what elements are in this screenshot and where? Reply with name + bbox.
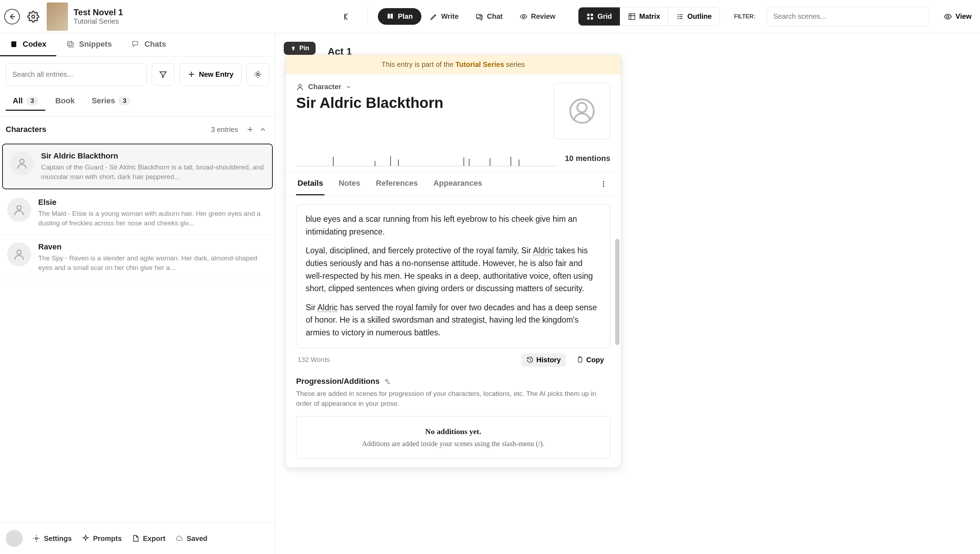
entry-item[interactable]: Raven The Spy - Raven is a slender and a… xyxy=(0,235,275,280)
scrollbar[interactable] xyxy=(615,239,619,345)
user-avatar[interactable] xyxy=(6,530,23,547)
search-entries-input[interactable] xyxy=(6,63,147,86)
more-button[interactable] xyxy=(597,177,610,191)
svg-rect-2 xyxy=(587,13,589,16)
mode-write[interactable]: Write xyxy=(422,8,467,25)
book-icon xyxy=(387,13,394,21)
group-header: Characters 3 entries xyxy=(0,117,275,142)
tab-snippets[interactable]: Snippets xyxy=(56,33,122,56)
scope-all[interactable]: All 3 xyxy=(6,92,45,111)
scope-series-label: Series xyxy=(92,96,115,105)
scope-series[interactable]: Series 3 xyxy=(84,92,138,111)
tab-chats[interactable]: Chats xyxy=(122,33,176,56)
chat-icon xyxy=(476,13,483,21)
svg-rect-4 xyxy=(587,17,589,19)
entry-desc: Captain of the Guard - Sir Aldric Blackt… xyxy=(41,163,265,181)
banner-series[interactable]: Tutorial Series xyxy=(455,60,504,68)
card-avatar[interactable] xyxy=(554,83,610,139)
view-segment: Grid Matrix Outline xyxy=(578,7,720,26)
view-outline[interactable]: Outline xyxy=(668,8,720,25)
divider xyxy=(368,7,368,27)
history-button[interactable]: History xyxy=(522,353,566,367)
group-title: Characters xyxy=(6,125,211,134)
avatar xyxy=(7,242,31,266)
avatar xyxy=(10,151,34,175)
entry-settings-button[interactable] xyxy=(247,63,269,86)
filter-button[interactable] xyxy=(152,63,174,86)
view-button[interactable]: View xyxy=(943,13,972,21)
filter-label: FILTER: xyxy=(734,13,755,20)
description-editor[interactable]: blue eyes and a scar running from his le… xyxy=(296,204,610,348)
settings-button[interactable] xyxy=(25,9,41,24)
back-button[interactable] xyxy=(4,9,20,24)
group-collapse-button[interactable] xyxy=(256,123,269,136)
footer-saved[interactable]: Saved xyxy=(175,535,207,543)
tab-appearances[interactable]: Appearances xyxy=(432,172,484,195)
gear-icon xyxy=(27,11,39,23)
progression-subtitle: These are added in scenes for progressio… xyxy=(296,389,610,409)
outline-icon xyxy=(676,13,684,21)
view-matrix[interactable]: Matrix xyxy=(620,8,668,25)
view-grid[interactable]: Grid xyxy=(578,8,620,25)
top-bar: Test Novel 1 Tutorial Series Plan Write … xyxy=(0,0,980,33)
tab-notes[interactable]: Notes xyxy=(337,172,361,195)
entry-name: Raven xyxy=(38,242,268,252)
search-scenes-input[interactable] xyxy=(767,7,929,27)
mode-review[interactable]: Review xyxy=(511,8,564,25)
copy-button[interactable]: Copy xyxy=(571,353,609,367)
tab-codex[interactable]: Codex xyxy=(0,33,56,56)
svg-rect-6 xyxy=(629,13,635,19)
card-title[interactable]: Sir Aldric Blackthorn xyxy=(296,94,545,111)
group-count: 3 entries xyxy=(211,126,238,134)
funnel-icon xyxy=(159,70,167,78)
svg-rect-21 xyxy=(578,358,582,362)
entry-type-selector[interactable]: Character xyxy=(296,83,545,91)
scope-book[interactable]: Book xyxy=(48,92,82,111)
tab-chats-label: Chats xyxy=(144,40,166,49)
person-icon xyxy=(568,97,596,125)
gear-icon xyxy=(33,535,40,542)
scope-all-count: 3 xyxy=(26,97,38,105)
entry-item[interactable]: Elsie The Maid - Elsie is a young woman … xyxy=(0,191,275,235)
mode-chat[interactable]: Chat xyxy=(467,8,511,25)
history-icon xyxy=(527,356,533,363)
view-outline-label: Outline xyxy=(687,13,712,21)
mode-chat-label: Chat xyxy=(487,13,503,21)
series-title: Tutorial Series xyxy=(73,18,123,25)
plus-icon xyxy=(188,70,195,78)
pin-button[interactable]: Pin xyxy=(284,42,316,55)
person-icon xyxy=(16,157,28,170)
mode-write-label: Write xyxy=(441,13,459,21)
matrix-icon xyxy=(628,13,636,21)
tab-details[interactable]: Details xyxy=(296,172,325,195)
sidebar-controls: New Entry xyxy=(0,57,275,92)
export-icon xyxy=(132,535,139,542)
new-entry-button[interactable]: New Entry xyxy=(179,63,242,86)
collapse-sidebar-button[interactable] xyxy=(341,10,355,24)
grid-icon xyxy=(586,13,594,21)
mode-group: Plan Write Chat Review xyxy=(378,8,563,25)
book-thumbnail[interactable] xyxy=(47,3,68,31)
mode-plan[interactable]: Plan xyxy=(378,8,421,25)
chevron-up-icon xyxy=(259,126,267,134)
pencil-icon xyxy=(430,13,438,21)
svg-point-14 xyxy=(35,537,38,540)
copy-label: Copy xyxy=(586,356,604,364)
mention-row: 10 mentions xyxy=(285,148,621,172)
new-entry-label: New Entry xyxy=(199,70,234,78)
footer-settings[interactable]: Settings xyxy=(33,535,72,543)
footer-prompts[interactable]: Prompts xyxy=(82,535,122,543)
svg-point-16 xyxy=(578,103,587,113)
tab-references[interactable]: References xyxy=(374,172,419,195)
card-body: blue eyes and a scar running from his le… xyxy=(285,196,621,467)
pin-label: Pin xyxy=(299,45,309,52)
history-label: History xyxy=(536,356,561,364)
mode-plan-label: Plan xyxy=(398,13,412,21)
svg-point-20 xyxy=(603,185,604,187)
group-add-button[interactable] xyxy=(244,123,256,136)
view-grid-label: Grid xyxy=(598,13,612,21)
entry-item[interactable]: Sir Aldric Blackthorn Captain of the Gua… xyxy=(2,143,273,189)
plus-icon xyxy=(246,126,254,134)
footer-prompts-label: Prompts xyxy=(93,535,122,543)
footer-export[interactable]: Export xyxy=(132,535,165,543)
